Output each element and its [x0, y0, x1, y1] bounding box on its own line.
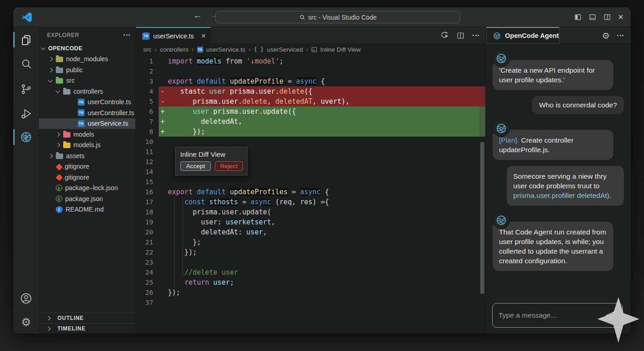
chat-tab[interactable]: OpenCode Agent	[486, 27, 559, 44]
tree-item-usercontrole-ts[interactable]: TSuserControle.ts	[39, 97, 135, 108]
code-area[interactable]: Inline Diff View Accept Reject 1import m…	[136, 55, 485, 334]
chat-settings-gear-icon[interactable]: ⚙	[602, 31, 610, 41]
code-token: ,	[271, 218, 275, 226]
tree-item-controllers[interactable]: controllers	[39, 86, 135, 97]
code-line-1[interactable]: 1import models from '↓model';	[136, 56, 485, 66]
tree-item-models[interactable]: models	[39, 129, 135, 140]
diff-sign	[159, 257, 168, 267]
code-line-22[interactable]: 22 });	[136, 247, 485, 257]
code-line-3[interactable]: 3export default updateProfile = async {	[136, 76, 485, 86]
message-bubble: Who is conmerdal code?	[532, 96, 624, 114]
command-center[interactable]: src - Visual Studio Code	[215, 11, 460, 23]
tree-item--gitignore[interactable]: .gitignore	[39, 161, 135, 172]
code-line-20[interactable]: 20 deletedAt: user,	[136, 227, 485, 237]
back-button[interactable]: ←	[192, 11, 204, 21]
close-window-icon[interactable]: ×	[618, 13, 623, 21]
source-control-icon[interactable]	[13, 79, 39, 99]
code-line-17[interactable]: 17 const sthosts = async (req, res) ={	[136, 197, 485, 207]
code-line-6[interactable]: 6+ user prisma.user.update({	[136, 106, 485, 117]
explorer-title: EXPLORER	[47, 32, 79, 38]
split-editor-icon[interactable]	[456, 32, 465, 40]
code-line-body: });	[159, 247, 485, 257]
code-line-body: - prisma.user.delete, deletedAT, uvert),	[159, 96, 485, 106]
toggle-secondary-sidebar-icon[interactable]	[603, 13, 611, 21]
code-line-body: + });	[159, 127, 485, 137]
explorer-icon[interactable]	[13, 30, 39, 50]
tree-item-public[interactable]: public	[39, 64, 135, 75]
message-bubble: That Code Agent run created from user pr…	[493, 222, 613, 271]
overview-deleted-mark	[479, 86, 485, 106]
code-line-25[interactable]: 25 return user;	[136, 277, 485, 287]
tree-item-label: package.json	[65, 195, 103, 202]
run-debug-icon[interactable]	[13, 103, 39, 123]
tree-item-models-js[interactable]: models.js	[39, 140, 135, 151]
opencode-agent-icon[interactable]	[13, 127, 39, 147]
line-number: 2	[136, 66, 159, 76]
chevron-down-icon	[56, 89, 60, 93]
tree-item-assets[interactable]: assets	[39, 150, 135, 161]
code-token	[168, 107, 193, 116]
message-input[interactable]	[499, 311, 601, 319]
tree-item--gitignore[interactable]: .gitignore	[39, 172, 135, 183]
editor-more-actions-icon[interactable]	[472, 35, 479, 36]
indent-guide	[182, 197, 183, 277]
account-icon[interactable]	[13, 288, 39, 308]
reject-button[interactable]: Reject	[215, 161, 242, 171]
breadcrumb-item[interactable]: src	[143, 46, 151, 53]
tree-item-node-modules[interactable]: node_modules	[39, 54, 135, 65]
code-line-21[interactable]: 21 };	[136, 237, 485, 247]
settings-gear-icon[interactable]: ⚙	[13, 312, 39, 332]
timeline-panel-header[interactable]: TIMELINE	[39, 323, 135, 334]
breadcrumb-item[interactable]: Inline Diff View	[320, 46, 361, 53]
code-token: deletedAT	[275, 97, 312, 106]
breadcrumb-item[interactable]: userService.ts	[206, 46, 246, 53]
code-token: updateProfile	[230, 77, 283, 85]
diff-sign: -	[159, 86, 168, 96]
explorer-header: EXPLORER	[39, 27, 135, 43]
tree-item-userservice-ts[interactable]: TSuserService.ts	[39, 118, 135, 129]
chat-message-2: Who is conmerdal code?	[532, 96, 624, 114]
breadcrumb-item[interactable]: userServiced	[267, 46, 303, 53]
tree-item-opencode[interactable]: OPENCODE	[39, 43, 135, 54]
code-line-24[interactable]: 24 //delete user	[136, 267, 485, 277]
code-line-16[interactable]: 16export default updateProfiles = async …	[136, 187, 485, 197]
code-line-23[interactable]: 23	[136, 257, 485, 267]
code-line-10[interactable]: 10	[136, 137, 485, 147]
diff-sign: +	[159, 106, 168, 117]
tree-item-label: package–lock.json	[65, 184, 118, 191]
diff-sign	[159, 157, 168, 167]
toggle-sidebar-icon[interactable]	[574, 13, 582, 21]
tree-item-usercontroller-ts[interactable]: TSuserController.ts	[39, 107, 135, 118]
explorer-more-actions-icon[interactable]	[123, 34, 130, 36]
code-line-4[interactable]: 4- stastc user prisma.user.delete({	[136, 86, 485, 96]
code-line-19[interactable]: 19 user: userketsert,	[136, 217, 485, 227]
chat-more-actions-icon[interactable]	[617, 35, 623, 36]
code-line-37[interactable]: 37	[136, 298, 485, 308]
tree-item-package-lock-json[interactable]: {}package–lock.json	[39, 183, 135, 194]
code-line-18[interactable]: 18 prisma.user.update(	[136, 207, 485, 217]
close-tab-icon[interactable]: ×	[201, 32, 206, 41]
tab-userservice[interactable]: TS userService.ts ×	[136, 27, 211, 44]
code-line-5[interactable]: 5- prisma.user.delete, deletedAT, uvert)…	[136, 96, 485, 106]
scrollbar-thumb[interactable]	[480, 142, 484, 294]
code-line-15[interactable]: 15	[136, 177, 485, 187]
code-line-8[interactable]: 8+ });	[136, 127, 485, 137]
tree-item-package-json[interactable]: {}package.json	[39, 193, 135, 204]
tree-item-readme-md[interactable]: iREADME.md	[39, 204, 135, 215]
code-line-7[interactable]: 7+ deletedAt,	[136, 117, 485, 127]
breadcrumb-item[interactable]: controllers	[160, 46, 188, 53]
toggle-changes-icon[interactable]	[440, 31, 449, 40]
code-token	[168, 278, 184, 287]
chevron-right-icon	[46, 326, 50, 330]
code-line-26[interactable]: 26});	[136, 287, 485, 298]
code-line-2[interactable]: 2	[136, 66, 485, 76]
outline-panel-header[interactable]: OUTLINE	[39, 313, 135, 323]
chevron-right-icon	[48, 57, 53, 61]
typescript-file-icon: TS	[78, 120, 85, 127]
code-token: });	[168, 128, 205, 136]
search-sidebar-icon[interactable]	[13, 53, 39, 74]
toggle-panel-icon[interactable]	[589, 13, 596, 21]
tree-item-src[interactable]: src	[39, 75, 135, 86]
accept-button[interactable]: Accept	[180, 161, 211, 171]
diff-sign	[159, 287, 168, 298]
